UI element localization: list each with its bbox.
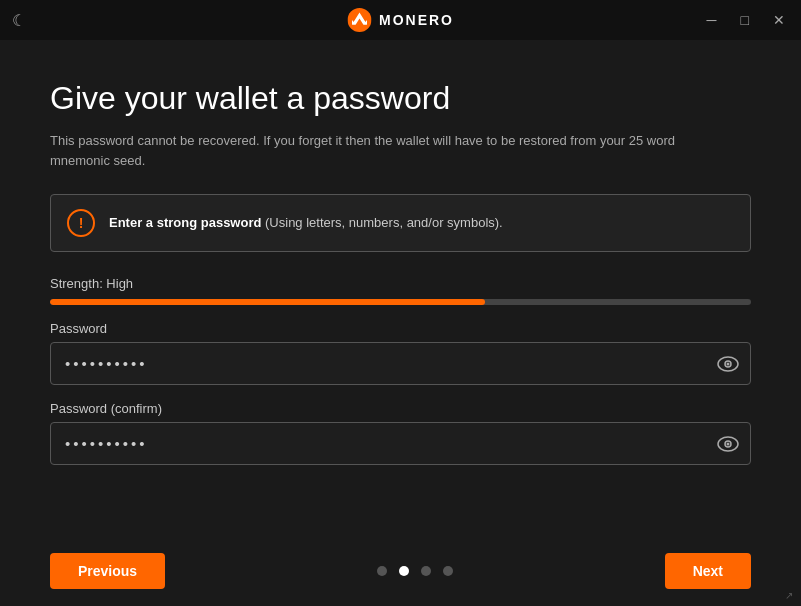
resize-handle[interactable]: ↗ [785,590,797,602]
strength-section: Strength: High [50,276,751,305]
strength-label: Strength: High [50,276,751,291]
eye-icon [717,356,739,372]
warning-bold-text: Enter a strong password [109,215,261,230]
title-bar-center: MONERO [347,8,454,32]
dot-1 [377,566,387,576]
password-input[interactable] [50,342,751,385]
page-title: Give your wallet a password [50,80,751,117]
strength-bar-track [50,299,751,305]
page-subtitle: This password cannot be recovered. If yo… [50,131,730,170]
password-confirm-eye-button[interactable] [717,436,739,452]
dot-3 [421,566,431,576]
svg-point-0 [347,8,371,32]
next-button[interactable]: Next [665,553,751,589]
svg-point-3 [727,362,730,365]
warning-box: ! Enter a strong password (Using letters… [50,194,751,252]
monero-logo [347,8,371,32]
dot-2 [399,566,409,576]
password-label: Password [50,321,751,336]
bottom-nav: Previous Next [0,536,801,606]
moon-icon[interactable]: ☾ [12,11,26,30]
title-bar-right: ─ □ ✕ [703,10,789,30]
password-confirm-wrapper [50,422,751,465]
password-wrapper [50,342,751,385]
app-title: MONERO [379,12,454,28]
svg-point-6 [727,442,730,445]
warning-icon: ! [67,209,95,237]
eye-confirm-icon [717,436,739,452]
title-bar: ☾ MONERO ─ □ ✕ [0,0,801,40]
minimize-button[interactable]: ─ [703,10,721,30]
pagination-dots [377,566,453,576]
maximize-button[interactable]: □ [737,10,753,30]
password-confirm-input[interactable] [50,422,751,465]
password-confirm-label: Password (confirm) [50,401,751,416]
dot-4 [443,566,453,576]
warning-text: Enter a strong password (Using letters, … [109,214,503,232]
password-field-group: Password [50,321,751,385]
password-eye-button[interactable] [717,356,739,372]
close-button[interactable]: ✕ [769,10,789,30]
warning-normal-text: (Using letters, numbers, and/or symbols)… [261,215,502,230]
main-content: Give your wallet a password This passwor… [0,40,801,536]
strength-bar-fill [50,299,485,305]
title-bar-left: ☾ [12,11,26,30]
previous-button[interactable]: Previous [50,553,165,589]
password-confirm-field-group: Password (confirm) [50,401,751,465]
